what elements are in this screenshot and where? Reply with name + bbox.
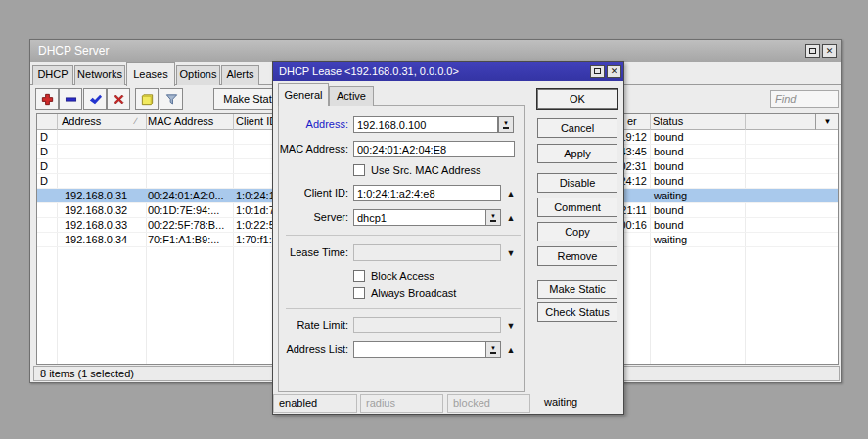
cancel-button[interactable]: Cancel — [537, 118, 617, 138]
make-static-button[interactable]: Make Static — [537, 280, 617, 299]
add-button[interactable] — [35, 88, 59, 110]
maximize-icon[interactable] — [805, 44, 820, 58]
dialog-title: DHCP Lease <192.168.0.31, 0.0.0.0> — [279, 66, 459, 77]
enable-button[interactable] — [83, 88, 107, 110]
tab-general[interactable]: General — [278, 83, 329, 106]
window-titlebar[interactable]: DHCP Server — [30, 40, 841, 62]
remove-button[interactable] — [59, 88, 82, 110]
close-icon[interactable]: ✕ — [607, 65, 621, 78]
tab-dhcp[interactable]: DHCP — [32, 65, 73, 85]
dialog-titlebar[interactable]: DHCP Lease <192.168.0.31, 0.0.0.0> — [273, 62, 623, 81]
comment-button[interactable] — [135, 88, 159, 110]
maximize-icon[interactable] — [590, 65, 605, 78]
status-flag-waiting: waiting — [539, 394, 623, 413]
col-status[interactable]: Status — [653, 114, 683, 129]
x-icon — [112, 92, 126, 107]
ok-button[interactable]: OK — [537, 89, 617, 109]
col-client-id[interactable]: Client ID — [236, 114, 277, 129]
close-icon[interactable]: ✕ — [822, 44, 837, 58]
col-mac-address[interactable]: MAC Address — [148, 114, 213, 129]
minus-icon — [64, 92, 78, 107]
tab-active[interactable]: Active — [329, 86, 374, 106]
col-address[interactable]: Address — [62, 114, 101, 129]
filter-button[interactable] — [160, 88, 183, 110]
copy-button[interactable]: Copy — [537, 222, 617, 241]
funnel-icon — [164, 92, 179, 107]
disable-button[interactable]: Disable — [537, 173, 617, 193]
note-icon — [140, 92, 155, 107]
check-status-button[interactable]: Check Status — [537, 302, 617, 322]
check-icon — [88, 92, 103, 107]
status-flag-blocked: blocked — [447, 394, 530, 413]
plus-icon — [40, 92, 55, 107]
find-input[interactable] — [770, 90, 839, 108]
col-timer[interactable]: er — [627, 114, 637, 129]
window-title: DHCP Server — [38, 44, 109, 58]
general-tab-page — [278, 105, 525, 392]
disable-button[interactable] — [107, 88, 130, 110]
status-flag-radius: radius — [360, 394, 443, 413]
tab-alerts[interactable]: Alerts — [221, 65, 259, 85]
apply-button[interactable]: Apply — [537, 144, 617, 163]
tab-leases[interactable]: Leases — [126, 62, 175, 86]
sort-asc-icon: ∕ — [135, 114, 137, 129]
column-filter-dropdown[interactable]: ▼ — [815, 114, 839, 130]
comment-button[interactable]: Comment — [537, 198, 617, 217]
tab-options[interactable]: Options — [176, 65, 220, 85]
tab-networks[interactable]: Networks — [74, 65, 125, 85]
dhcp-lease-dialog: DHCP Lease <192.168.0.31, 0.0.0.0> ✕ Gen… — [272, 61, 624, 415]
status-flag-enabled: enabled — [273, 394, 357, 413]
remove-button[interactable]: Remove — [537, 246, 617, 266]
